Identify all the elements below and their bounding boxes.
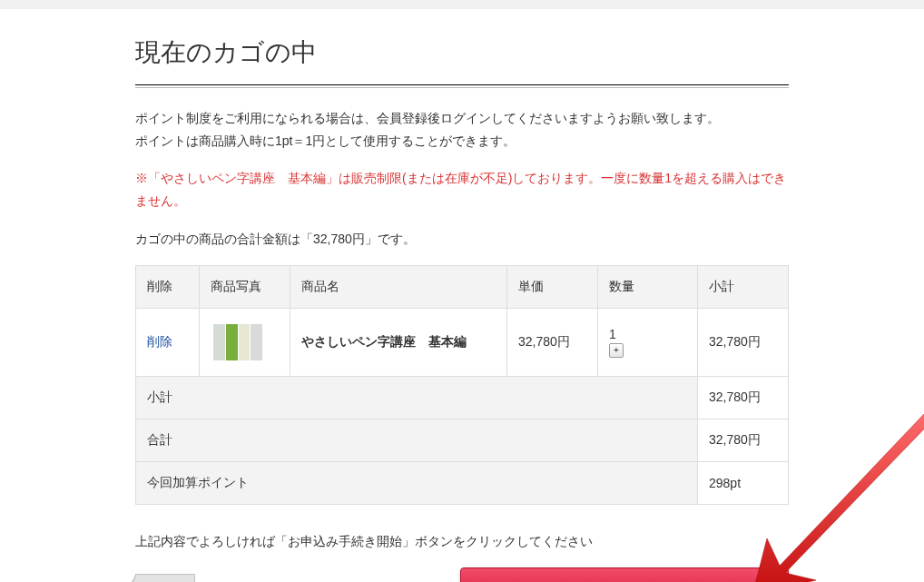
points-notice-line1: ポイント制度をご利用になられる場合は、会員登録後ログインしてくださいますようお願… <box>135 111 720 125</box>
delete-link[interactable]: 削除 <box>147 334 172 349</box>
proceed-button[interactable]: お申込み手続きへ <box>460 567 789 582</box>
col-unit-price: 単価 <box>507 265 598 308</box>
points-value: 298pt <box>698 461 789 504</box>
points-notice: ポイント制度をご利用になられる場合は、会員登録後ログインしてくださいますようお願… <box>135 107 789 153</box>
button-row: 戻る お申込み手続きへ <box>135 567 789 582</box>
total-label: 合計 <box>136 419 698 461</box>
col-subtotal: 小計 <box>698 265 789 308</box>
totals-subtotal-row: 小計 32,780円 <box>136 376 789 419</box>
col-photo: 商品写真 <box>200 265 290 308</box>
points-notice-line2: ポイントは商品購入時に1pt＝1円として使用することができます。 <box>135 133 516 148</box>
confirm-prompt: 上記内容でよろしければ「お申込み手続き開始」ボタンをクリックしてください <box>135 530 789 553</box>
cart-total-summary: カゴの中の商品の合計金額は「32,780円」です。 <box>135 228 789 251</box>
product-subtotal: 32,780円 <box>698 308 789 376</box>
points-label: 今回加算ポイント <box>136 461 698 504</box>
col-delete: 削除 <box>136 265 200 308</box>
product-unit-price: 32,780円 <box>507 308 598 376</box>
product-quantity: 1 <box>609 327 616 341</box>
product-thumbnail <box>211 321 265 363</box>
totals-points-row: 今回加算ポイント 298pt <box>136 461 789 504</box>
subtotal-value: 32,780円 <box>698 376 789 419</box>
col-name: 商品名 <box>290 265 507 308</box>
totals-total-row: 合計 32,780円 <box>136 419 789 461</box>
stock-warning: ※「やさしいペン字講座 基本編」は販売制限(または在庫が不足)しております。一度… <box>135 167 789 212</box>
total-value: 32,780円 <box>698 419 789 461</box>
page-title: 現在のカゴの中 <box>135 35 789 85</box>
product-name: やさしいペン字講座 基本編 <box>290 308 507 376</box>
cart-table: 削除 商品写真 商品名 単価 数量 小計 削除 やさしいペン字講座 基本編 3 <box>135 265 789 505</box>
subtotal-label: 小計 <box>136 376 698 419</box>
table-row: 削除 やさしいペン字講座 基本編 32,780円 1 + 32,780円 <box>136 308 789 376</box>
col-quantity: 数量 <box>598 265 698 308</box>
back-button[interactable]: 戻る <box>135 574 195 582</box>
quantity-plus-button[interactable]: + <box>609 343 624 358</box>
